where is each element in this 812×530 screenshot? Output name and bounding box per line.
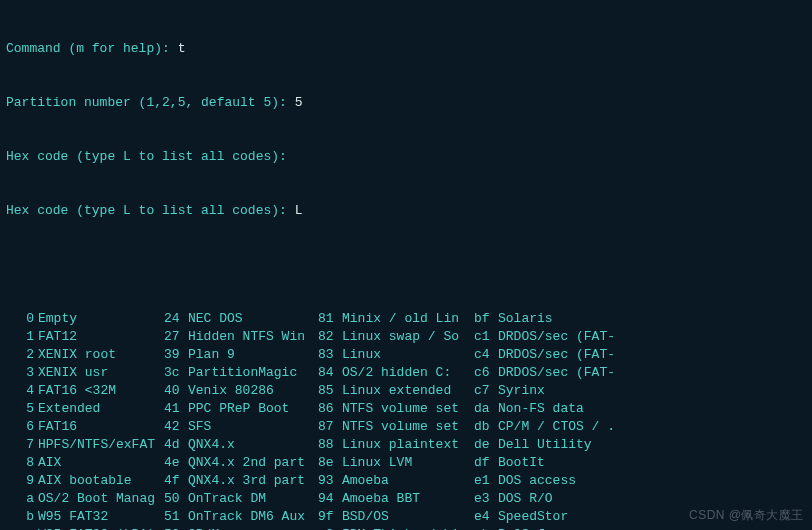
type-name: Amoeba BBT bbox=[342, 490, 474, 508]
type-code: 85 bbox=[318, 382, 342, 400]
type-name: XENIX root bbox=[38, 346, 164, 364]
type-code: 87 bbox=[318, 418, 342, 436]
table-row: cW95 FAT32 (LBA)52CP/Ma0IBM Thinkpad hie… bbox=[6, 526, 806, 530]
partition-input: 5 bbox=[295, 95, 303, 110]
type-name: Non-FS data bbox=[498, 400, 648, 418]
type-name: DRDOS/sec (FAT- bbox=[498, 328, 648, 346]
table-row: 1FAT1227Hidden NTFS Win82Linux swap / So… bbox=[6, 328, 806, 346]
type-code: c1 bbox=[474, 328, 498, 346]
partition-prompt: Partition number (1,2,5, default 5): bbox=[6, 95, 295, 110]
type-code: a0 bbox=[318, 526, 342, 530]
type-name: BSD/OS bbox=[342, 508, 474, 526]
type-name: Solaris bbox=[498, 310, 648, 328]
type-code: bf bbox=[474, 310, 498, 328]
type-name: PPC PReP Boot bbox=[188, 400, 318, 418]
type-name: Linux plaintext bbox=[342, 436, 474, 454]
type-name: W95 FAT32 (LBA) bbox=[38, 526, 164, 530]
type-code: 50 bbox=[164, 490, 188, 508]
type-code: a bbox=[6, 490, 38, 508]
type-name: NTFS volume set bbox=[342, 418, 474, 436]
type-name: OnTrack DM bbox=[188, 490, 318, 508]
type-code: 9f bbox=[318, 508, 342, 526]
type-name: NEC DOS bbox=[188, 310, 318, 328]
terminal-output: Command (m for help): t Partition number… bbox=[0, 0, 812, 530]
type-name: IBM Thinkpad hi bbox=[342, 526, 474, 530]
type-name: HPFS/NTFS/exFAT bbox=[38, 436, 164, 454]
type-code: 51 bbox=[164, 508, 188, 526]
type-name: BeOS fs bbox=[498, 526, 648, 530]
type-name: Extended bbox=[38, 400, 164, 418]
type-code: 9 bbox=[6, 472, 38, 490]
hex-prompt-1: Hex code (type L to list all codes): bbox=[6, 148, 806, 166]
type-code: e4 bbox=[474, 508, 498, 526]
partition-prompt-line: Partition number (1,2,5, default 5): 5 bbox=[6, 94, 806, 112]
type-name: XENIX usr bbox=[38, 364, 164, 382]
type-code: c4 bbox=[474, 346, 498, 364]
type-name: AIX bbox=[38, 454, 164, 472]
type-code: 52 bbox=[164, 526, 188, 530]
type-code: 0 bbox=[6, 310, 38, 328]
type-name: OS/2 Boot Manag bbox=[38, 490, 164, 508]
type-code: 84 bbox=[318, 364, 342, 382]
hex-input-L: L bbox=[295, 203, 303, 218]
type-code: 2 bbox=[6, 346, 38, 364]
type-code: db bbox=[474, 418, 498, 436]
type-code: 1 bbox=[6, 328, 38, 346]
type-code: da bbox=[474, 400, 498, 418]
type-name: DOS R/O bbox=[498, 490, 648, 508]
command-prompt-line: Command (m for help): t bbox=[6, 40, 806, 58]
type-code: de bbox=[474, 436, 498, 454]
type-name: CP/M bbox=[188, 526, 318, 530]
type-code: 83 bbox=[318, 346, 342, 364]
type-code: 3c bbox=[164, 364, 188, 382]
type-code: df bbox=[474, 454, 498, 472]
table-row: bW95 FAT3251OnTrack DM6 Aux9fBSD/OSe4Spe… bbox=[6, 508, 806, 526]
type-name: FAT16 <32M bbox=[38, 382, 164, 400]
type-code: 4 bbox=[6, 382, 38, 400]
type-code: 4e bbox=[164, 454, 188, 472]
type-name: Syrinx bbox=[498, 382, 648, 400]
type-code: 88 bbox=[318, 436, 342, 454]
type-name: Venix 80286 bbox=[188, 382, 318, 400]
type-name: Hidden NTFS Win bbox=[188, 328, 318, 346]
partition-type-table: 0Empty24NEC DOS81Minix / old LinbfSolari… bbox=[6, 310, 806, 530]
type-name: QNX4.x 3rd part bbox=[188, 472, 318, 490]
type-code: eb bbox=[474, 526, 498, 530]
type-name: BootIt bbox=[498, 454, 648, 472]
type-code: 94 bbox=[318, 490, 342, 508]
type-code: 81 bbox=[318, 310, 342, 328]
type-name: Linux bbox=[342, 346, 474, 364]
table-row: 5Extended41PPC PReP Boot86NTFS volume se… bbox=[6, 400, 806, 418]
type-code: 42 bbox=[164, 418, 188, 436]
table-row: 8AIX4eQNX4.x 2nd part8eLinux LVMdfBootIt bbox=[6, 454, 806, 472]
type-code: 8e bbox=[318, 454, 342, 472]
watermark: CSDN @佩奇大魔王 bbox=[689, 506, 804, 524]
type-name: DRDOS/sec (FAT- bbox=[498, 346, 648, 364]
type-code: 39 bbox=[164, 346, 188, 364]
type-name: FAT12 bbox=[38, 328, 164, 346]
type-name: QNX4.x 2nd part bbox=[188, 454, 318, 472]
command-input: t bbox=[178, 41, 186, 56]
type-code: 7 bbox=[6, 436, 38, 454]
type-code: 93 bbox=[318, 472, 342, 490]
table-row: 4FAT16 <32M40Venix 8028685Linux extended… bbox=[6, 382, 806, 400]
type-name: Linux LVM bbox=[342, 454, 474, 472]
command-prompt: Command (m for help): bbox=[6, 41, 178, 56]
table-row: 2XENIX root39Plan 983Linuxc4DRDOS/sec (F… bbox=[6, 346, 806, 364]
type-code: 86 bbox=[318, 400, 342, 418]
type-code: b bbox=[6, 508, 38, 526]
type-code: 4d bbox=[164, 436, 188, 454]
hex-prompt-2-line: Hex code (type L to list all codes): L bbox=[6, 202, 806, 220]
type-code: 24 bbox=[164, 310, 188, 328]
type-code: e3 bbox=[474, 490, 498, 508]
table-row: 6FAT1642SFS87NTFS volume setdbCP/M / CTO… bbox=[6, 418, 806, 436]
type-name: SFS bbox=[188, 418, 318, 436]
table-row: 9AIX bootable4fQNX4.x 3rd part93Amoebae1… bbox=[6, 472, 806, 490]
type-name: Linux swap / So bbox=[342, 328, 474, 346]
type-code: 40 bbox=[164, 382, 188, 400]
type-code: 6 bbox=[6, 418, 38, 436]
type-name: DRDOS/sec (FAT- bbox=[498, 364, 648, 382]
type-name: FAT16 bbox=[38, 418, 164, 436]
type-code: 4f bbox=[164, 472, 188, 490]
type-code: c6 bbox=[474, 364, 498, 382]
